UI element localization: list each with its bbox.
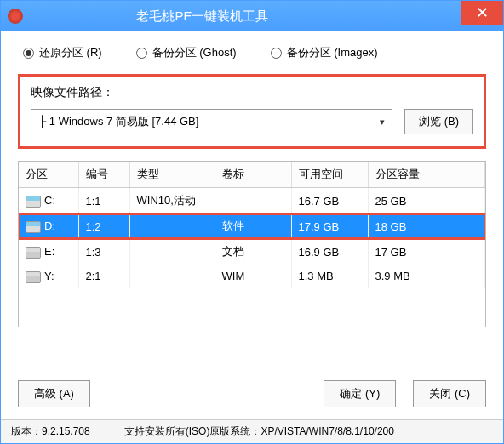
- close-button[interactable]: 关闭 (C): [413, 380, 486, 407]
- cell-free: 16.7 GB: [291, 188, 368, 214]
- table-row[interactable]: Y:2:1WIM1.3 MB3.9 MB: [19, 265, 485, 288]
- th-capacity[interactable]: 分区容量: [368, 162, 485, 188]
- radio-backup-ghost[interactable]: 备份分区 (Ghost): [136, 45, 237, 60]
- image-path-section: 映像文件路径： ├ 1 Windows 7 简易版 [7.44 GB] ▾ 浏览…: [18, 74, 486, 149]
- image-path-dropdown[interactable]: ├ 1 Windows 7 简易版 [7.44 GB] ▾: [31, 109, 392, 134]
- cell-type: [129, 265, 215, 288]
- dropdown-value: ├ 1 Windows 7 简易版 [7.44 GB]: [38, 114, 198, 129]
- cell-type: [129, 213, 215, 239]
- partition-table-wrap: 分区 编号 类型 卷标 可用空间 分区容量 C:1:1WIN10,活动16.7 …: [18, 161, 486, 327]
- cell-number: 1:1: [78, 188, 129, 214]
- cell-partition: E:: [19, 239, 78, 265]
- statusbar: 版本：9.2.15.708 支持安装所有(ISO)原版系统：XP/VISTA/W…: [1, 419, 503, 443]
- radio-icon: [271, 48, 282, 59]
- radio-label: 备份分区 (Imagex): [287, 45, 378, 60]
- cell-free: 1.3 MB: [291, 265, 368, 288]
- cell-volume: 文档: [215, 239, 291, 265]
- cell-volume: 软件: [215, 213, 291, 239]
- radio-icon: [23, 48, 34, 59]
- path-row: ├ 1 Windows 7 简易版 [7.44 GB] ▾ 浏览 (B): [31, 109, 473, 134]
- cell-type: WIN10,活动: [129, 188, 215, 214]
- drive-icon: [26, 196, 41, 208]
- version-text: 版本：9.2.15.708: [11, 424, 90, 439]
- close-window-button[interactable]: ✕: [461, 1, 503, 25]
- table-row[interactable]: C:1:1WIN10,活动16.7 GB25 GB: [19, 188, 485, 214]
- th-number[interactable]: 编号: [78, 162, 129, 188]
- radio-backup-imagex[interactable]: 备份分区 (Imagex): [271, 45, 378, 60]
- support-text: 支持安装所有(ISO)原版系统：XP/VISTA/WIN7/8/8.1/10/2…: [124, 424, 394, 439]
- footer-right: 确定 (Y) 关闭 (C): [324, 380, 486, 407]
- drive-icon: [26, 271, 41, 283]
- table-row[interactable]: D:1:2软件17.9 GB18 GB: [19, 213, 485, 239]
- cell-free: 17.9 GB: [291, 213, 368, 239]
- cell-capacity: 17 GB: [368, 239, 485, 265]
- drive-icon: [26, 221, 41, 233]
- cell-free: 16.9 GB: [291, 239, 368, 265]
- cell-partition: Y:: [19, 265, 78, 288]
- ok-button[interactable]: 确定 (Y): [324, 380, 396, 407]
- cell-capacity: 25 GB: [368, 188, 485, 214]
- radio-icon: [136, 48, 147, 59]
- mode-radio-group: 还原分区 (R) 备份分区 (Ghost) 备份分区 (Imagex): [18, 45, 486, 60]
- table-header-row: 分区 编号 类型 卷标 可用空间 分区容量: [19, 162, 485, 188]
- minimize-button[interactable]: —: [423, 1, 461, 25]
- radio-restore[interactable]: 还原分区 (R): [23, 45, 102, 60]
- cell-partition: D:: [19, 213, 78, 239]
- cell-partition: C:: [19, 188, 78, 214]
- advanced-button[interactable]: 高级 (A): [18, 380, 90, 407]
- th-volume[interactable]: 卷标: [215, 162, 291, 188]
- window-title: 老毛桃PE一键装机工具: [0, 9, 423, 25]
- cell-type: [129, 239, 215, 265]
- titlebar: 老毛桃PE一键装机工具 — ✕: [1, 1, 503, 31]
- cell-number: 2:1: [78, 265, 129, 288]
- th-type[interactable]: 类型: [129, 162, 215, 188]
- partition-table: 分区 编号 类型 卷标 可用空间 分区容量 C:1:1WIN10,活动16.7 …: [19, 162, 485, 288]
- cell-number: 1:3: [78, 239, 129, 265]
- window-controls: — ✕: [423, 1, 503, 31]
- cell-volume: [215, 188, 291, 214]
- radio-label: 备份分区 (Ghost): [152, 45, 237, 60]
- cell-volume: WIM: [215, 265, 291, 288]
- radio-label: 还原分区 (R): [39, 45, 102, 60]
- drive-icon: [26, 247, 41, 259]
- footer-buttons: 高级 (A) 确定 (Y) 关闭 (C): [18, 380, 486, 407]
- cell-capacity: 3.9 MB: [368, 265, 485, 288]
- cell-capacity: 18 GB: [368, 213, 485, 239]
- th-partition[interactable]: 分区: [19, 162, 78, 188]
- table-row[interactable]: E:1:3文档16.9 GB17 GB: [19, 239, 485, 265]
- th-free[interactable]: 可用空间: [291, 162, 368, 188]
- chevron-down-icon: ▾: [380, 117, 385, 128]
- cell-number: 1:2: [78, 213, 129, 239]
- main-window: 老毛桃PE一键装机工具 — ✕ 还原分区 (R) 备份分区 (Ghost) 备份…: [0, 0, 504, 444]
- path-label: 映像文件路径：: [31, 85, 473, 100]
- content-area: 还原分区 (R) 备份分区 (Ghost) 备份分区 (Imagex) 映像文件…: [1, 31, 503, 327]
- browse-button[interactable]: 浏览 (B): [404, 109, 473, 134]
